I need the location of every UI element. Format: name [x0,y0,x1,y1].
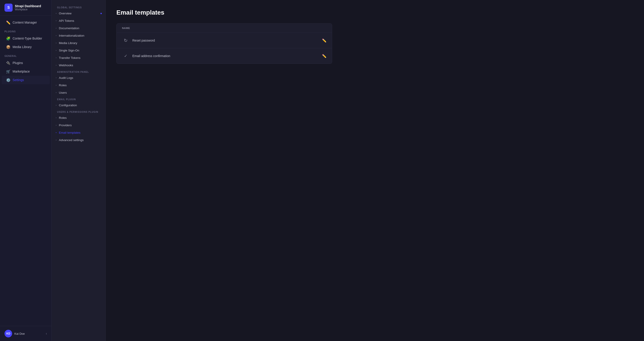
settings-item-internationalization[interactable]: Internationalization [52,32,106,39]
settings-item-email-templates[interactable]: Email templates [52,129,106,136]
roles-up-label: Roles [59,116,67,120]
email-templates-label: Email templates [59,131,80,134]
sidebar-footer: KD Kai Doe ‹ [0,326,52,341]
settings-item-api-tokens[interactable]: API Tokens [52,17,106,24]
roles-admin-label: Roles [59,84,67,87]
left-sidebar: S Strapi Dashboard Workplace ✏️ Content … [0,0,52,341]
settings-item-advanced-settings[interactable]: Advanced settings [52,136,106,144]
reset-password-name: Reset password [132,39,322,42]
plugins-section-label: PLUGINS [0,27,52,34]
reset-password-edit-icon[interactable]: ✏️ [322,38,326,43]
api-tokens-label: API Tokens [59,19,74,22]
global-settings-label: GLOBAL SETTINGS [52,4,106,10]
media-library-global-label: Media Library [59,41,77,45]
email-confirmation-icon: ✓ [122,52,129,60]
sidebar-item-settings[interactable]: ⚙️ Settings [2,76,50,84]
email-confirmation-name: Email address confirmation [132,54,322,58]
settings-item-single-sign-on[interactable]: Single Sign-On [52,47,106,54]
settings-item-users[interactable]: Users [52,89,106,96]
settings-item-roles-up[interactable]: Roles [52,114,106,122]
email-templates-table: NAME ↻ Reset password ✏️ ✓ Email address… [116,23,332,64]
audit-logs-label: Audit Logs [59,76,73,80]
configuration-label: Configuration [59,104,77,107]
settings-item-roles-admin[interactable]: Roles [52,82,106,89]
marketplace-label: Marketplace [12,70,30,73]
internationalization-label: Internationalization [59,34,84,37]
sidebar-item-marketplace[interactable]: 🛒 Marketplace [2,67,50,76]
collapse-icon[interactable]: ‹ [46,332,47,336]
app-logo: S [4,4,12,12]
users-permissions-label: USERS & PERMISSIONS PLUGIN [52,109,106,114]
settings-item-transfer-tokens[interactable]: Transfer Tokens [52,54,106,62]
reset-password-icon: ↻ [122,37,129,44]
sidebar-nav: ✏️ Content Manager PLUGINS 🧩 Content-Typ… [0,16,52,326]
table-header: NAME [116,24,332,33]
single-sign-on-label: Single Sign-On [59,49,79,52]
sidebar-header: S Strapi Dashboard Workplace [0,0,52,16]
overview-label: Overview [59,12,72,15]
settings-label: Settings [12,78,24,82]
content-type-builder-label: Content-Type Builder [12,36,42,40]
plugins-icon: 🔌 [6,61,10,65]
providers-label: Providers [59,124,72,127]
general-section-label: GENERAL [0,51,52,59]
workspace-label: Workplace [15,8,41,11]
sidebar-item-plugins[interactable]: 🔌 Plugins [2,59,50,67]
media-library-label: Media Library [12,45,32,49]
email-plugin-label: EMAIL PLUGIN [52,96,106,102]
content-manager-label: Content Manager [12,21,37,24]
documentation-label: Documentation [59,26,79,30]
main-content: Email templates NAME ↻ Reset password ✏️… [106,0,644,341]
sidebar-item-content-manager[interactable]: ✏️ Content Manager [2,18,50,27]
plugins-label: Plugins [12,61,23,65]
table-row[interactable]: ↻ Reset password ✏️ [116,33,332,48]
name-column-header: NAME [122,27,130,30]
webhooks-label: Webhooks [59,64,73,67]
admin-panel-label: ADMINISTRATION PANEL [52,69,106,74]
settings-item-documentation[interactable]: Documentation [52,24,106,32]
settings-item-webhooks[interactable]: Webhooks [52,62,106,69]
sidebar-item-media-library[interactable]: 📦 Media Library [2,43,50,51]
app-title-group: Strapi Dashboard Workplace [15,4,41,11]
content-type-builder-icon: 🧩 [6,36,10,40]
user-name: Kai Doe [14,332,25,336]
email-confirmation-edit-icon[interactable]: ✏️ [322,54,326,58]
user-avatar: KD [4,330,12,338]
table-row[interactable]: ✓ Email address confirmation ✏️ [116,48,332,64]
page-title: Email templates [116,9,633,16]
users-label: Users [59,91,67,94]
settings-item-configuration[interactable]: Configuration [52,102,106,109]
settings-sidebar: GLOBAL SETTINGS Overview API Tokens Docu… [52,0,106,341]
settings-icon: ⚙️ [6,78,10,82]
sidebar-item-content-type-builder[interactable]: 🧩 Content-Type Builder [2,34,50,43]
advanced-settings-label: Advanced settings [59,138,84,142]
transfer-tokens-label: Transfer Tokens [59,56,80,60]
settings-item-media-library-global[interactable]: Media Library [52,39,106,47]
media-library-icon: 📦 [6,45,10,49]
settings-item-overview[interactable]: Overview [52,10,106,17]
settings-item-providers[interactable]: Providers [52,122,106,129]
marketplace-icon: 🛒 [6,70,10,74]
overview-dot-indicator [100,13,102,14]
settings-item-audit-logs[interactable]: Audit Logs [52,74,106,82]
content-manager-icon: ✏️ [6,20,10,24]
app-name: Strapi Dashboard [15,4,41,8]
